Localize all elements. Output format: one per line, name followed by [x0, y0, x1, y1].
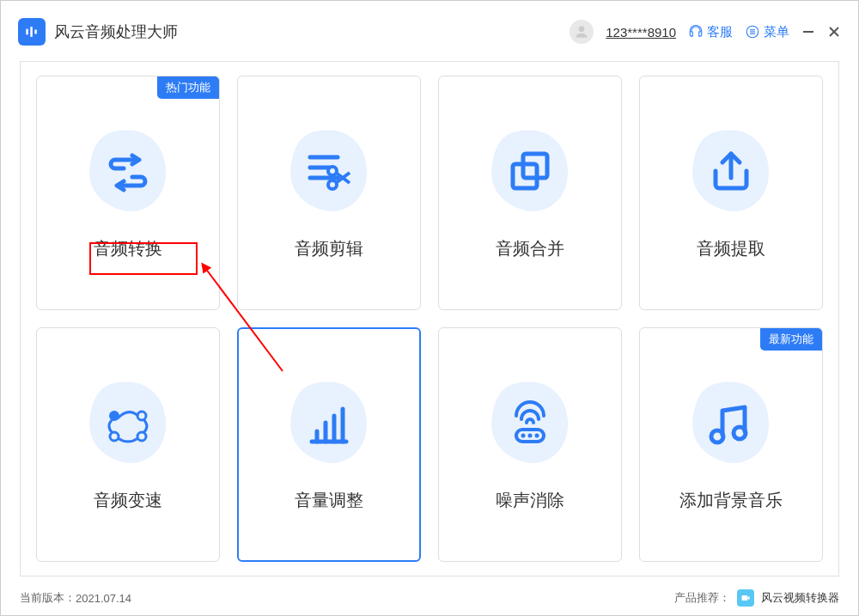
svg-point-31 — [521, 434, 526, 438]
cut-icon — [303, 147, 355, 198]
icon-bg — [483, 377, 577, 472]
svg-rect-0 — [26, 29, 27, 35]
icon-bg — [282, 125, 376, 220]
card-title: 音量调整 — [295, 489, 363, 512]
svg-point-35 — [734, 427, 746, 439]
avatar-icon — [573, 23, 590, 40]
badge-new: 最新功能 — [760, 328, 822, 351]
card-volume-adjust[interactable]: 音量调整 — [237, 327, 421, 562]
app-title: 风云音频处理大师 — [54, 21, 178, 42]
titlebar-right: 123****8910 客服 菜单 — [570, 20, 841, 44]
card-title: 音频提取 — [697, 237, 765, 260]
menu-label: 菜单 — [764, 24, 789, 40]
badge-hot: 热门功能 — [157, 76, 219, 99]
icon-bg — [81, 125, 175, 220]
titlebar: 风云音频处理大师 123****8910 客服 菜单 — [11, 11, 848, 52]
footer-right: 产品推荐： 风云视频转换器 — [674, 589, 839, 607]
svg-point-34 — [711, 430, 723, 442]
icon-bg — [483, 125, 577, 220]
card-background-music[interactable]: 最新功能 添加背景音乐 — [639, 327, 823, 562]
card-audio-extract[interactable]: 音频提取 — [639, 76, 823, 310]
card-noise-remove[interactable]: 噪声消除 — [438, 327, 622, 562]
app-logo — [18, 18, 46, 46]
card-title: 噪声消除 — [496, 489, 564, 512]
support-link[interactable]: 客服 — [688, 24, 733, 40]
merge-icon — [504, 147, 556, 198]
headset-icon — [688, 24, 704, 40]
promo-name[interactable]: 风云视频转换器 — [761, 590, 839, 606]
version-label: 当前版本： — [20, 590, 76, 606]
audio-bars-icon — [23, 23, 40, 40]
footer: 当前版本： 2021.07.14 产品推荐： 风云视频转换器 — [20, 589, 839, 607]
card-title: 音频转换 — [94, 237, 162, 260]
promo-label: 产品推荐： — [674, 590, 730, 606]
menu-icon — [745, 24, 760, 40]
card-audio-speed[interactable]: 音频变速 — [36, 327, 220, 562]
video-icon — [740, 593, 751, 603]
speed-icon — [102, 399, 154, 450]
icon-bg — [684, 377, 778, 472]
menu-link[interactable]: 菜单 — [745, 24, 789, 40]
icon-bg — [684, 125, 778, 220]
minimize-button[interactable] — [801, 25, 815, 39]
card-title: 音频变速 — [94, 489, 162, 512]
svg-rect-2 — [34, 30, 37, 34]
svg-point-3 — [579, 26, 585, 32]
version-value: 2021.07.14 — [76, 592, 131, 605]
user-avatar[interactable] — [570, 20, 594, 44]
minimize-icon — [801, 25, 815, 39]
volume-icon — [303, 399, 355, 450]
export-icon — [705, 147, 757, 198]
promo-logo[interactable] — [737, 589, 754, 607]
user-link[interactable]: 123****8910 — [606, 25, 676, 40]
card-title: 添加背景音乐 — [679, 489, 783, 512]
music-icon — [705, 399, 757, 450]
close-button[interactable] — [827, 25, 841, 39]
support-label: 客服 — [707, 24, 733, 40]
feature-grid: 热门功能 音频转换 — [36, 76, 823, 562]
svg-point-33 — [535, 434, 539, 438]
card-audio-convert[interactable]: 热门功能 音频转换 — [36, 76, 220, 310]
card-audio-merge[interactable]: 音频合并 — [438, 76, 622, 310]
icon-bg — [282, 377, 376, 472]
svg-point-32 — [528, 434, 533, 438]
main-content: 热门功能 音频转换 — [20, 61, 839, 576]
card-title: 音频剪辑 — [295, 237, 363, 260]
noise-icon — [504, 399, 556, 450]
svg-rect-1 — [30, 27, 33, 37]
card-title: 音频合并 — [496, 237, 564, 260]
card-audio-edit[interactable]: 音频剪辑 — [237, 76, 421, 310]
svg-rect-37 — [742, 595, 748, 601]
icon-bg — [81, 377, 175, 472]
close-icon — [827, 25, 841, 39]
convert-icon — [102, 147, 154, 198]
app-window: 风云音频处理大师 123****8910 客服 菜单 — [0, 0, 859, 616]
